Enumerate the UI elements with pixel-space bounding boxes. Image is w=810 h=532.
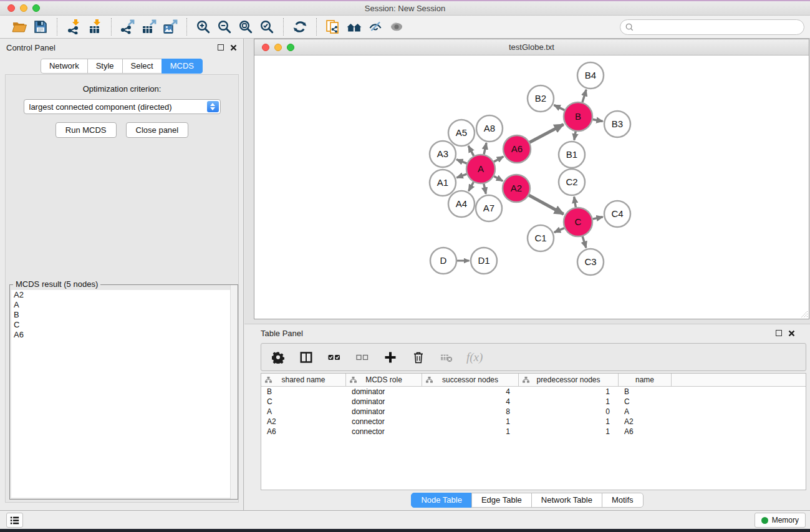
graph-edge-A-A2[interactable]	[494, 176, 503, 181]
tab-motifs[interactable]: Motifs	[602, 493, 644, 508]
delete-columns-button[interactable]	[410, 349, 427, 365]
graph-edge-C-C1[interactable]	[554, 228, 564, 233]
network-window-titlebar[interactable]: testGlobe.txt	[254, 39, 809, 56]
export-network-button[interactable]	[117, 17, 138, 36]
table-cell[interactable]: A	[619, 407, 672, 417]
table-cell[interactable]: A2	[619, 417, 672, 427]
graph-edge-A-A6[interactable]	[494, 157, 503, 162]
table-row[interactable]: A6connector11A6	[261, 427, 806, 437]
delete-table-button[interactable]	[438, 349, 455, 365]
graph-edge-C-C3[interactable]	[582, 236, 586, 248]
graph-edge-B-B1[interactable]	[574, 132, 576, 140]
result-scrollbar[interactable]	[230, 285, 238, 499]
tab-network[interactable]: Network	[41, 59, 88, 74]
show-graphics-details-button[interactable]	[365, 17, 386, 36]
import-network-button[interactable]	[63, 17, 84, 36]
graph-edge-C-C2[interactable]	[574, 196, 576, 207]
new-session-from-network-button[interactable]	[322, 17, 344, 36]
graph-edge-B-B4[interactable]	[582, 90, 586, 102]
memory-button[interactable]: Memory	[755, 513, 806, 528]
table-cell[interactable]: 4	[422, 397, 519, 407]
search-input[interactable]	[620, 19, 804, 35]
zoom-fit-button[interactable]	[235, 17, 256, 36]
function-builder-button[interactable]: f(x)	[466, 349, 483, 365]
table-row[interactable]: Adominator80A	[261, 407, 806, 417]
graph-edge-A-A8[interactable]	[484, 143, 486, 154]
graph-edge-A-A1[interactable]	[456, 174, 466, 178]
zoom-out-button[interactable]	[214, 17, 235, 36]
table-cell[interactable]: 1	[422, 417, 519, 427]
column-header-predecessor-nodes[interactable]: predecessor nodes	[519, 374, 619, 386]
graph-edge-A6-B[interactable]	[529, 124, 563, 142]
open-session-button[interactable]	[9, 17, 30, 36]
network-graph-canvas[interactable]: AA1A2A3A4A5A6A7A8BB1B2B3B4CC1C2C3C4DD1	[254, 56, 809, 319]
zoom-selected-button[interactable]	[256, 17, 277, 36]
table-cell[interactable]: C	[619, 397, 672, 407]
home-view-button[interactable]	[344, 17, 365, 36]
criterion-select[interactable]: largest connected component (directed)	[24, 99, 221, 114]
table-cell[interactable]: connector	[346, 427, 422, 437]
column-header-shared-name[interactable]: shared name	[261, 374, 346, 386]
zoom-in-button[interactable]	[193, 17, 214, 36]
table-cell[interactable]: dominator	[346, 397, 422, 407]
close-table-panel-icon[interactable]	[788, 330, 795, 337]
window-resize-grip[interactable]	[800, 310, 808, 318]
graph-edge-A-A7[interactable]	[484, 184, 486, 194]
table-cell[interactable]: A6	[261, 427, 346, 437]
result-item[interactable]: B	[11, 310, 236, 320]
tab-node-table[interactable]: Node Table	[411, 493, 472, 508]
graph-edge-B-B3[interactable]	[593, 119, 603, 121]
table-cell[interactable]: 4	[422, 387, 519, 397]
column-header-successor-nodes[interactable]: successor nodes	[422, 374, 519, 386]
table-cell[interactable]: A2	[261, 417, 346, 427]
table-cell[interactable]: 1	[519, 427, 619, 437]
table-options-button[interactable]	[270, 349, 286, 365]
select-all-button[interactable]	[326, 349, 342, 365]
network-view-window[interactable]: testGlobe.txt AA1A2A3A4A5A6A7A8BB1B2B3B4…	[254, 39, 809, 319]
mcds-result-list[interactable]: A2ABCA6	[11, 290, 236, 498]
table-cell[interactable]: 8	[422, 407, 519, 417]
column-header-name[interactable]: name	[619, 374, 672, 386]
export-table-button[interactable]	[138, 17, 160, 36]
table-cell[interactable]: 1	[422, 427, 519, 437]
close-panel-button[interactable]: Close panel	[126, 122, 189, 138]
float-table-panel-icon[interactable]	[776, 330, 782, 336]
column-header-MCDS-role[interactable]: MCDS role	[346, 374, 422, 386]
save-session-button[interactable]	[30, 17, 51, 36]
table-cell[interactable]: dominator	[346, 407, 422, 417]
table-row[interactable]: Bdominator41B	[261, 387, 806, 397]
table-cell[interactable]: 1	[519, 417, 619, 427]
tab-select[interactable]: Select	[122, 59, 162, 74]
table-cell[interactable]: C	[261, 397, 346, 407]
import-table-button[interactable]	[84, 17, 105, 36]
refresh-view-button[interactable]	[289, 17, 311, 36]
float-panel-icon[interactable]	[218, 44, 224, 51]
result-item[interactable]: C	[11, 320, 236, 330]
add-column-button[interactable]	[382, 349, 398, 365]
tab-style[interactable]: Style	[87, 59, 123, 74]
result-item[interactable]: A2	[11, 290, 236, 300]
format-panel-button[interactable]	[298, 349, 314, 365]
task-history-button[interactable]	[6, 513, 23, 528]
deselect-all-button[interactable]	[354, 349, 370, 365]
table-row[interactable]: Cdominator41C	[261, 397, 806, 407]
graph-edge-C-C4[interactable]	[593, 217, 603, 219]
run-mcds-button[interactable]: Run MCDS	[55, 122, 117, 138]
table-cell[interactable]: connector	[346, 417, 422, 427]
table-cell[interactable]: dominator	[346, 387, 422, 397]
result-item[interactable]: A6	[11, 330, 236, 340]
tab-mcds[interactable]: MCDS	[162, 59, 203, 74]
graph-edge-A2-C[interactable]	[529, 195, 564, 214]
tab-edge-table[interactable]: Edge Table	[471, 493, 532, 508]
graph-edge-B-B2[interactable]	[554, 105, 564, 110]
birdseye-view-button[interactable]	[386, 17, 407, 36]
table-cell[interactable]: B	[619, 387, 672, 397]
table-cell[interactable]: 1	[519, 387, 619, 397]
table-row[interactable]: A2connector11A2	[261, 417, 806, 427]
table-cell[interactable]: A	[261, 407, 346, 417]
table-cell[interactable]: 1	[519, 397, 619, 407]
result-item[interactable]: A	[11, 300, 236, 310]
table-cell[interactable]: B	[261, 387, 346, 397]
table-cell[interactable]: 0	[519, 407, 619, 417]
graph-edge-A-A5[interactable]	[468, 146, 473, 156]
